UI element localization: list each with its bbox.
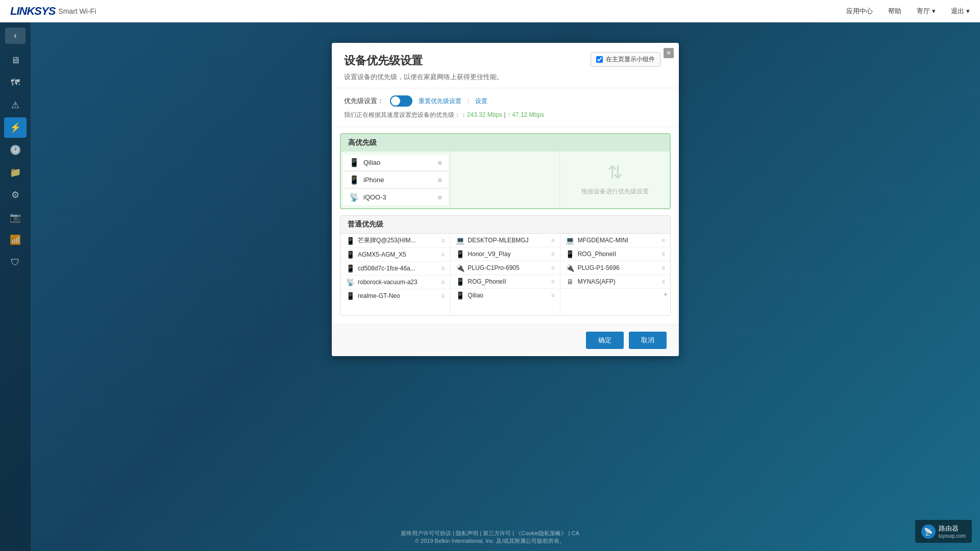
nd-menu-icon-6[interactable]: ≡ <box>551 237 555 244</box>
modal-footer: 确定 取消 <box>332 324 679 356</box>
priority-label: 优先级设置： <box>344 96 384 106</box>
help-link[interactable]: 帮助 <box>888 7 901 16</box>
watermark-label: 路由器 <box>939 524 966 533</box>
footer-ca-link[interactable]: CA <box>571 530 579 536</box>
sidebar-item-map[interactable]: 🗺 <box>4 72 27 93</box>
nd-phone-icon-5: 📱 <box>455 250 464 258</box>
normal-device-mynas[interactable]: 🖥 MYNAS(AFP) ≡ <box>560 275 670 289</box>
high-priority-section: 高优先级 📱 Qiliao ≡ 📱 iPhone ≡ <box>340 133 671 209</box>
topbar: LINKSYS Smart Wi-Fi 应用中心 帮助 寄厅 ▾ 退出 ▾ <box>0 0 980 22</box>
sidebar-item-devices[interactable]: 🖥 <box>4 50 27 70</box>
modal-close-button[interactable]: ✕ <box>664 48 674 58</box>
widget-checkbox-input[interactable] <box>596 56 603 63</box>
sidebar-item-alerts[interactable]: ⚠ <box>4 95 27 115</box>
footer-eula-link[interactable]: 最终用户许可可协议 <box>401 530 451 536</box>
drop-arrows-icon: ⇅ <box>607 162 623 183</box>
nd-menu-icon-3[interactable]: ≡ <box>441 265 445 272</box>
normal-device-qiliao2[interactable]: 📱 Qiliao ≡ <box>450 289 559 302</box>
nd-nas-icon: 🖥 <box>566 278 575 286</box>
device-menu-icon[interactable]: ≡ <box>437 159 442 167</box>
device-name-iphone: iPhone <box>363 176 433 184</box>
confirm-button[interactable]: 确定 <box>586 332 624 349</box>
high-priority-col-2 <box>451 152 560 208</box>
normal-device-plug-c1[interactable]: 🔌 PLUG-C1Pro-6905 ≡ <box>450 261 559 275</box>
drop-zone-text: 拖放设备进行优先级设置 <box>581 187 649 196</box>
speed-info: 我们正在根据其速度设置您设备的优先级： ↓ 243.32 Mbps | ↑ 47… <box>344 111 667 119</box>
nd-plug-icon-2: 🔌 <box>566 264 575 272</box>
normal-device-mango[interactable]: 📱 芒果牌Q@253(HIM... ≡ <box>340 234 450 248</box>
nd-menu-icon-4[interactable]: ≡ <box>441 279 445 286</box>
scroll-up-icon[interactable]: ▲ <box>663 291 668 296</box>
logo-area: LINKSYS Smart Wi-Fi <box>10 5 96 18</box>
reset-priority-link[interactable]: 重置优先级设置 <box>419 97 461 106</box>
normal-device-plug-p1[interactable]: 🔌 PLUG-P1-5696 ≡ <box>560 261 670 275</box>
nd-menu-icon[interactable]: ≡ <box>441 237 445 244</box>
sidebar-item-wifi[interactable]: 📶 <box>4 230 27 250</box>
device-menu-icon-3[interactable]: ≡ <box>437 193 442 202</box>
sidebar-item-shield[interactable]: 🛡 <box>4 252 27 272</box>
nd-menu-icon-13[interactable]: ≡ <box>662 264 665 271</box>
nd-menu-icon-12[interactable]: ≡ <box>662 251 665 258</box>
normal-device-agm[interactable]: 📱 AGMX5-AGM_X5 ≡ <box>340 248 450 262</box>
nd-phone-icon-3: 📱 <box>346 264 355 272</box>
top-navigation: 应用中心 帮助 寄厅 ▾ 退出 ▾ <box>846 7 970 16</box>
nd-menu-icon-14[interactable]: ≡ <box>662 278 665 285</box>
app-center-link[interactable]: 应用中心 <box>846 7 873 16</box>
product-name: Smart Wi-Fi <box>58 7 96 15</box>
modal-dialog: ✕ 在主页显示小组件 设备优先级设置 设置设备的优先级，以便在家庭网络上获得更佳… <box>332 43 679 356</box>
sidebar-item-history[interactable]: 🕐 <box>4 140 27 160</box>
normal-device-mfg[interactable]: 💻 MFGDEMAC-MINI ≡ <box>560 234 670 247</box>
nd-name-agm: AGMX5-AGM_X5 <box>358 251 438 258</box>
sidebar-item-priority[interactable]: ⚡ <box>4 117 27 138</box>
nd-menu-icon-10[interactable]: ≡ <box>551 292 555 299</box>
nd-menu-icon-7[interactable]: ≡ <box>551 251 555 258</box>
nd-name-honor: Honor_V9_Play <box>468 251 548 258</box>
device-item-iqoo[interactable]: 📡 iQOO-3 ≡ <box>343 189 448 205</box>
footer-privacy-link[interactable]: 隐私声明 <box>456 530 478 536</box>
nd-menu-icon-11[interactable]: ≡ <box>662 237 665 244</box>
sidebar-back-button[interactable]: ‹ <box>5 28 26 44</box>
nd-router-icon: 📡 <box>346 278 355 286</box>
footer-third-party-link[interactable]: 第三方许可 <box>483 530 511 536</box>
device-item-iphone[interactable]: 📱 iPhone ≡ <box>343 172 448 188</box>
nd-name-plug-p1: PLUG-P1-5696 <box>578 264 658 271</box>
separator: | <box>468 97 469 105</box>
nd-plug-icon: 🔌 <box>455 264 464 272</box>
priority-controls-row: 优先级设置： 重置优先级设置 | 设置 <box>344 95 667 107</box>
nd-name-qiliao2: Qiliao <box>468 292 548 299</box>
nd-menu-icon-2[interactable]: ≡ <box>441 251 445 258</box>
nd-menu-icon-9[interactable]: ≡ <box>551 278 555 285</box>
main-content: ✕ 在主页显示小组件 设备优先级设置 设置设备的优先级，以便在家庭网络上获得更佳… <box>31 22 980 551</box>
footer-cookie-link[interactable]: 《Cookie隐私策略》 <box>516 530 567 536</box>
sidebar-item-camera[interactable]: 📷 <box>4 207 27 228</box>
normal-device-realme[interactable]: 📱 realme-GT-Neo ≡ <box>340 289 450 303</box>
watermark-site: luyouqi.com <box>939 533 966 539</box>
normal-col-1: 💻 DESKTOP-MLEBMGJ ≡ 📱 Honor_V9_Play ≡ 🔌 … <box>450 234 560 315</box>
speed-label: 我们正在根据其速度设置您设备的优先级： <box>344 111 460 118</box>
high-priority-device-list: 📱 Qiliao ≡ 📱 iPhone ≡ 📡 iQOO-3 ≡ <box>341 152 450 208</box>
normal-device-roborock[interactable]: 📡 roborock-vacuum-a23 ≡ <box>340 276 450 289</box>
logout-menu[interactable]: 退出 ▾ <box>951 7 970 16</box>
device-menu-icon-2[interactable]: ≡ <box>437 176 442 184</box>
normal-device-desktop[interactable]: 💻 DESKTOP-MLEBMGJ ≡ <box>450 234 559 247</box>
sidebar-item-settings[interactable]: ⚙ <box>4 185 27 205</box>
watermark: 📡 路由器 luyouqi.com <box>915 520 972 543</box>
sidebar-item-storage[interactable]: 📁 <box>4 162 27 183</box>
normal-priority-header: 普通优先级 <box>340 216 670 234</box>
guest-menu[interactable]: 寄厅 ▾ <box>917 7 936 16</box>
normal-device-rog1[interactable]: 📱 ROG_PhoneII ≡ <box>450 275 559 289</box>
device-item-qiliao[interactable]: 📱 Qiliao ≡ <box>343 155 448 171</box>
cancel-button[interactable]: 取消 <box>629 332 667 349</box>
priority-toggle[interactable] <box>390 95 412 107</box>
settings-link[interactable]: 设置 <box>475 97 487 106</box>
nd-menu-icon-8[interactable]: ≡ <box>551 264 555 271</box>
high-priority-col-3: ⇅ 拖放设备进行优先级设置 <box>560 152 670 208</box>
normal-device-cd508[interactable]: 📱 cd508d7c-1fce-46a... ≡ <box>340 262 450 276</box>
nd-name-rog2: ROG_PhoneII <box>578 251 658 258</box>
normal-device-honor[interactable]: 📱 Honor_V9_Play ≡ <box>450 247 559 261</box>
drop-zone[interactable]: ⇅ 拖放设备进行优先级设置 <box>560 152 670 206</box>
download-speed: ↓ 243.32 Mbps <box>462 111 502 118</box>
nd-menu-icon-5[interactable]: ≡ <box>441 292 445 299</box>
normal-device-rog2[interactable]: 📱 ROG_PhoneII ≡ <box>560 247 670 261</box>
nd-phone-icon-4: 📱 <box>346 292 355 300</box>
